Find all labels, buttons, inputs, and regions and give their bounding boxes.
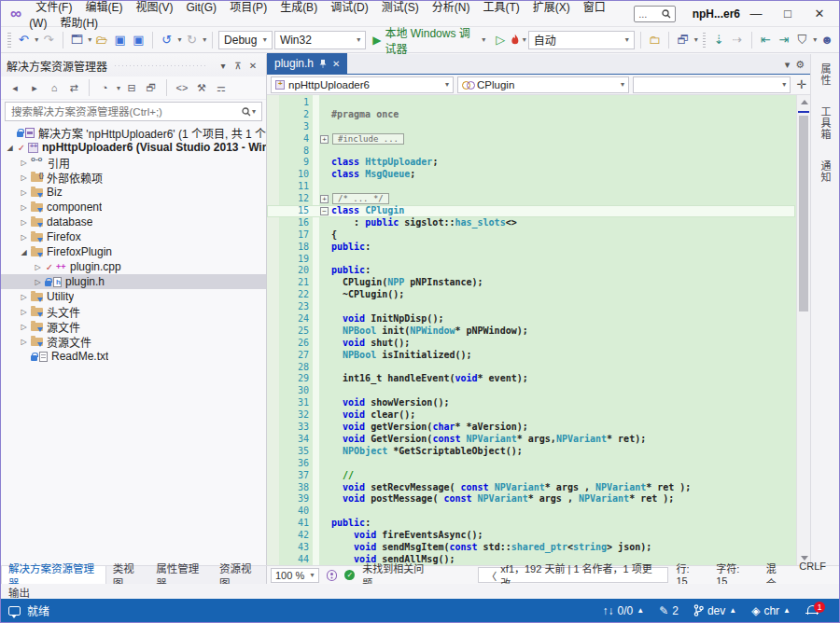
panel-tab[interactable]: 解决方案资源管理器 <box>1 566 106 584</box>
fold-toggle-icon[interactable]: + <box>320 135 329 144</box>
git-codelens-info[interactable]: 〈 xf1，192 天前 | 1 名作者，1 项更改 <box>478 567 668 583</box>
tree-item[interactable]: ▷外部依赖项 <box>1 170 266 185</box>
tree-item[interactable]: ▷component <box>1 200 266 215</box>
menu-item-13[interactable]: 帮助(H) <box>53 14 105 33</box>
preview-icon[interactable]: ⚎ <box>213 79 230 96</box>
start-without-debug-icon[interactable]: ▷ <box>492 31 509 49</box>
fold-toggle-icon[interactable]: − <box>320 207 329 215</box>
scroll-up-icon[interactable] <box>801 100 808 104</box>
expander-icon[interactable]: ▷ <box>19 293 29 301</box>
menu-item-11[interactable]: 扩展(X) <box>526 0 577 17</box>
tree-item[interactable]: ▷头文件 <box>1 304 266 319</box>
navigate-forward-icon[interactable]: ↷ <box>40 31 57 49</box>
tree-item[interactable]: ◢FirefoxPlugin <box>1 244 266 259</box>
fold-toggle-icon[interactable]: + <box>320 195 329 203</box>
hot-reload-icon[interactable] <box>511 34 520 46</box>
expander-icon[interactable]: ▷ <box>19 218 29 227</box>
new-project-icon[interactable]: 🗔 <box>69 31 86 49</box>
save-all-icon[interactable]: ▣ <box>130 31 147 49</box>
message-icon[interactable] <box>8 606 21 616</box>
tree-item[interactable]: ▷Utility <box>1 289 266 304</box>
navigate-back-icon[interactable]: ↶ <box>16 31 33 49</box>
view-code-icon[interactable]: <> <box>174 79 190 96</box>
autohide-tab-工具箱[interactable]: 工具箱 <box>818 103 833 144</box>
menu-item-6[interactable]: 生成(B) <box>273 0 324 17</box>
tree-item[interactable]: ▷Firefox <box>1 229 266 244</box>
step-into-icon[interactable]: ⇣ <box>710 31 727 49</box>
tree-item[interactable]: ▷资源文件 <box>1 334 266 349</box>
properties-wrench-icon[interactable]: ⚒ <box>193 79 210 96</box>
solution-search-input[interactable] <box>11 106 242 118</box>
redo-icon[interactable]: ↻ <box>184 31 201 49</box>
close-tab-icon[interactable]: ✕ <box>332 59 340 69</box>
configuration-dropdown[interactable]: Debug▾ <box>218 31 273 49</box>
start-debug-button[interactable]: ▶ 本地 Windows 调试器 ▾ <box>368 30 490 50</box>
explorer-forward-icon[interactable]: ▸ <box>26 79 43 96</box>
project-dropdown[interactable]: npHttpUploader6 ▾ <box>271 76 454 93</box>
tree-item[interactable]: ▷✓++plugin.cpp <box>1 259 266 274</box>
pending-edits-button[interactable]: ✎ 2 <box>659 604 679 617</box>
expander-icon[interactable]: ▷ <box>19 323 29 331</box>
autohide-tab-属性[interactable]: 属性 <box>818 60 833 90</box>
scrollbar-thumb[interactable] <box>799 116 808 312</box>
branch-button[interactable]: dev ▲ <box>693 604 736 617</box>
tree-item[interactable]: 解决方案 'npHttpUploader6' (1 个项目, 共 1 个) <box>1 125 266 140</box>
notifications-button[interactable]: 1 <box>805 604 819 617</box>
expander-icon[interactable]: ▷ <box>33 278 43 286</box>
panel-tab[interactable]: 类视图 <box>106 566 149 584</box>
indent-decrease-icon[interactable]: ⇤ <box>757 31 774 49</box>
menu-item-10[interactable]: 工具(T) <box>476 0 525 17</box>
step-over-icon[interactable]: ⇢ <box>729 31 746 49</box>
expander-icon[interactable]: ◢ <box>19 248 29 256</box>
expander-icon[interactable]: ▷ <box>19 159 29 167</box>
bookmark-icon[interactable]: ⛉ <box>794 31 811 49</box>
minimize-button[interactable]: — <box>740 2 772 26</box>
quick-search-box[interactable]: ... <box>634 6 675 22</box>
switch-views-icon[interactable]: ⇄ <box>65 79 82 96</box>
new-caret-icon[interactable]: ▾ <box>88 35 91 44</box>
expander-icon[interactable]: ◢ <box>5 144 15 152</box>
auto-dropdown[interactable]: 自动▾ <box>528 31 635 49</box>
pending-changes-filter-icon[interactable]: ◔ <box>96 79 113 96</box>
pin-icon[interactable]: ⊼ <box>231 61 245 71</box>
sync-commits-button[interactable]: ↑↓ 0/0 ▲ <box>603 604 645 617</box>
editor-vertical-scrollbar[interactable] <box>796 95 810 565</box>
platform-dropdown[interactable]: Win32▾ <box>274 31 366 49</box>
expander-icon[interactable]: ▷ <box>33 263 43 271</box>
tab-plugin-h[interactable]: plugin.h ✕ <box>267 53 347 74</box>
type-dropdown[interactable]: CPlugin ▾ <box>457 76 629 93</box>
menu-item-3[interactable]: 视图(V) <box>129 0 179 17</box>
expander-icon[interactable]: ▷ <box>19 338 29 346</box>
tree-item[interactable]: ◢✓npHttpUploader6 (Visual Studio 2013 - … <box>1 140 266 155</box>
maximize-button[interactable]: □ <box>772 2 804 26</box>
member-dropdown[interactable]: ▾ <box>633 76 791 93</box>
redo-caret-icon[interactable]: ▾ <box>203 35 206 44</box>
zoom-dropdown[interactable]: 100 %▾ <box>271 568 319 583</box>
tree-item[interactable]: ▷源文件 <box>1 319 266 334</box>
live-share-icon[interactable] <box>327 570 338 581</box>
collapse-all-icon[interactable]: ⊟ <box>123 79 140 96</box>
pin-tab-icon[interactable] <box>319 60 327 68</box>
open-file-icon[interactable]: 🗁 <box>93 31 110 49</box>
explorer-back-icon[interactable]: ◂ <box>7 79 23 96</box>
repository-button[interactable]: ◈ chr ▲ <box>751 604 791 617</box>
close-button[interactable]: ✕ <box>804 2 835 26</box>
editor-options-gear-icon[interactable]: ⚙ <box>795 59 805 71</box>
expander-icon[interactable]: ▷ <box>19 233 29 242</box>
menu-item-4[interactable]: Git(G) <box>179 0 223 17</box>
autohide-tab-通知[interactable]: 通知 <box>818 157 833 187</box>
menu-item-7[interactable]: 调试(D) <box>324 0 375 17</box>
tab-output[interactable]: 输出 <box>1 585 37 600</box>
code-editor[interactable]: 12#pragma once34+#include ...89class Htt… <box>267 95 810 565</box>
search-options-caret-icon[interactable]: ▾ <box>252 107 256 116</box>
toolbar-grip[interactable] <box>7 33 11 48</box>
tab-list-caret-icon[interactable]: ▾ <box>785 59 791 71</box>
find-in-files-icon[interactable]: 🗀 <box>647 31 664 49</box>
tree-item[interactable]: ▷引用 <box>1 155 266 170</box>
panel-tab[interactable]: 资源视图 <box>213 566 266 584</box>
panel-tab[interactable]: 属性管理器 <box>149 566 213 584</box>
indent-increase-icon[interactable]: ⇥ <box>776 31 792 49</box>
expander-icon[interactable]: ▷ <box>19 188 29 197</box>
save-icon[interactable]: ▣ <box>112 31 129 49</box>
expander-icon[interactable]: ▷ <box>19 308 29 316</box>
